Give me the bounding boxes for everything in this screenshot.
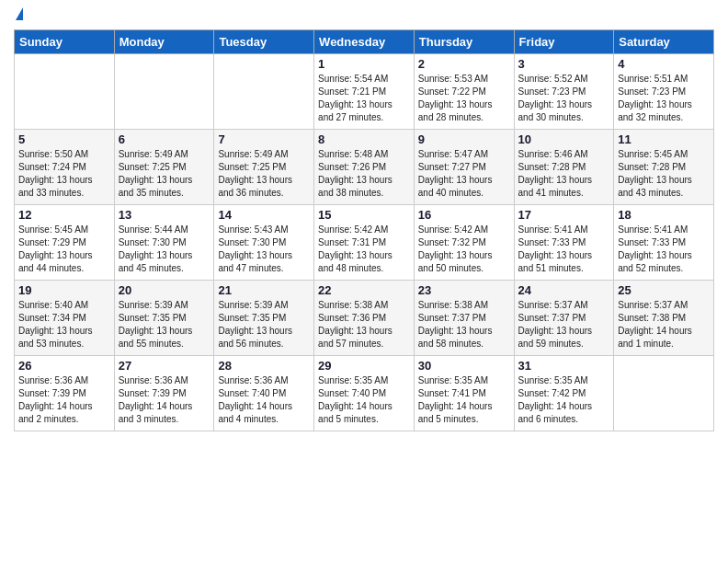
calendar-cell: 12Sunrise: 5:45 AMSunset: 7:29 PMDayligh… (15, 205, 115, 281)
day-info: Sunrise: 5:53 AMSunset: 7:22 PMDaylight:… (418, 73, 510, 124)
day-info: Sunrise: 5:37 AMSunset: 7:37 PMDaylight:… (518, 299, 610, 350)
calendar-cell: 6Sunrise: 5:49 AMSunset: 7:25 PMDaylight… (114, 130, 214, 205)
calendar-cell: 20Sunrise: 5:39 AMSunset: 7:35 PMDayligh… (114, 281, 214, 356)
day-number: 13 (119, 208, 210, 222)
calendar-cell: 5Sunrise: 5:50 AMSunset: 7:24 PMDaylight… (15, 130, 115, 205)
day-info: Sunrise: 5:50 AMSunset: 7:24 PMDaylight:… (18, 148, 110, 200)
day-info: Sunrise: 5:42 AMSunset: 7:31 PMDaylight:… (318, 224, 410, 275)
day-info: Sunrise: 5:39 AMSunset: 7:35 PMDaylight:… (218, 299, 310, 350)
day-number: 4 (618, 57, 710, 71)
day-info: Sunrise: 5:35 AMSunset: 7:41 PMDaylight:… (418, 374, 510, 426)
day-number: 5 (18, 132, 110, 146)
day-number: 2 (418, 57, 510, 71)
day-info: Sunrise: 5:46 AMSunset: 7:28 PMDaylight:… (518, 148, 610, 200)
day-info: Sunrise: 5:44 AMSunset: 7:30 PMDaylight:… (119, 224, 210, 275)
day-number: 12 (18, 208, 110, 222)
day-info: Sunrise: 5:40 AMSunset: 7:34 PMDaylight:… (18, 299, 110, 350)
weekday-header-cell: Thursday (414, 30, 514, 54)
day-info: Sunrise: 5:38 AMSunset: 7:36 PMDaylight:… (318, 299, 410, 350)
day-number: 20 (119, 283, 210, 297)
day-number: 6 (119, 132, 210, 146)
calendar-cell: 21Sunrise: 5:39 AMSunset: 7:35 PMDayligh… (214, 281, 314, 356)
day-number: 19 (18, 283, 110, 297)
day-info: Sunrise: 5:39 AMSunset: 7:35 PMDaylight:… (119, 299, 210, 350)
day-number: 21 (218, 283, 310, 297)
day-number: 14 (218, 208, 310, 222)
calendar-cell: 29Sunrise: 5:35 AMSunset: 7:40 PMDayligh… (314, 356, 415, 431)
day-info: Sunrise: 5:49 AMSunset: 7:25 PMDaylight:… (218, 148, 310, 200)
day-info: Sunrise: 5:47 AMSunset: 7:27 PMDaylight:… (418, 148, 510, 200)
calendar-cell: 19Sunrise: 5:40 AMSunset: 7:34 PMDayligh… (15, 281, 115, 356)
calendar-cell (614, 356, 714, 431)
day-number: 10 (518, 132, 610, 146)
calendar-cell: 23Sunrise: 5:38 AMSunset: 7:37 PMDayligh… (414, 281, 514, 356)
weekday-header-cell: Friday (514, 30, 614, 54)
weekday-header-cell: Sunday (15, 30, 115, 54)
day-info: Sunrise: 5:45 AMSunset: 7:29 PMDaylight:… (18, 224, 110, 275)
calendar-cell: 17Sunrise: 5:41 AMSunset: 7:33 PMDayligh… (514, 205, 614, 281)
calendar-table: SundayMondayTuesdayWednesdayThursdayFrid… (14, 29, 714, 431)
calendar-cell: 25Sunrise: 5:37 AMSunset: 7:38 PMDayligh… (614, 281, 714, 356)
calendar-cell: 8Sunrise: 5:48 AMSunset: 7:26 PMDaylight… (314, 130, 415, 205)
calendar-cell: 31Sunrise: 5:35 AMSunset: 7:42 PMDayligh… (514, 356, 614, 431)
calendar-cell (114, 54, 214, 130)
day-number: 30 (418, 359, 510, 373)
day-info: Sunrise: 5:54 AMSunset: 7:21 PMDaylight:… (318, 73, 410, 124)
weekday-header-cell: Monday (114, 30, 214, 54)
calendar-cell: 13Sunrise: 5:44 AMSunset: 7:30 PMDayligh… (114, 205, 214, 281)
day-number: 9 (418, 132, 510, 146)
day-number: 29 (318, 359, 410, 373)
calendar-cell: 26Sunrise: 5:36 AMSunset: 7:39 PMDayligh… (15, 356, 115, 431)
calendar-week-row: 26Sunrise: 5:36 AMSunset: 7:39 PMDayligh… (15, 356, 714, 431)
calendar-cell: 7Sunrise: 5:49 AMSunset: 7:25 PMDaylight… (214, 130, 314, 205)
day-number: 15 (318, 208, 410, 222)
day-info: Sunrise: 5:36 AMSunset: 7:40 PMDaylight:… (218, 374, 310, 426)
calendar-cell: 3Sunrise: 5:52 AMSunset: 7:23 PMDaylight… (514, 54, 614, 130)
day-number: 28 (218, 359, 310, 373)
calendar-cell: 28Sunrise: 5:36 AMSunset: 7:40 PMDayligh… (214, 356, 314, 431)
weekday-header-row: SundayMondayTuesdayWednesdayThursdayFrid… (15, 30, 714, 54)
calendar-cell: 2Sunrise: 5:53 AMSunset: 7:22 PMDaylight… (414, 54, 514, 130)
day-info: Sunrise: 5:41 AMSunset: 7:33 PMDaylight:… (518, 224, 610, 275)
calendar-cell: 10Sunrise: 5:46 AMSunset: 7:28 PMDayligh… (514, 130, 614, 205)
day-info: Sunrise: 5:36 AMSunset: 7:39 PMDaylight:… (18, 374, 110, 426)
day-number: 31 (518, 359, 610, 373)
calendar-cell: 15Sunrise: 5:42 AMSunset: 7:31 PMDayligh… (314, 205, 415, 281)
day-number: 11 (618, 132, 710, 146)
day-info: Sunrise: 5:35 AMSunset: 7:42 PMDaylight:… (518, 374, 610, 426)
header-row (14, 9, 714, 22)
calendar-cell (214, 54, 314, 130)
day-info: Sunrise: 5:38 AMSunset: 7:37 PMDaylight:… (418, 299, 510, 350)
page-container: SundayMondayTuesdayWednesdayThursdayFrid… (0, 0, 728, 436)
calendar-cell: 27Sunrise: 5:36 AMSunset: 7:39 PMDayligh… (114, 356, 214, 431)
logo-triangle-icon (16, 7, 23, 20)
day-number: 26 (18, 359, 110, 373)
day-info: Sunrise: 5:36 AMSunset: 7:39 PMDaylight:… (119, 374, 210, 426)
calendar-cell: 14Sunrise: 5:43 AMSunset: 7:30 PMDayligh… (214, 205, 314, 281)
calendar-week-row: 5Sunrise: 5:50 AMSunset: 7:24 PMDaylight… (15, 130, 714, 205)
day-number: 3 (518, 57, 610, 71)
day-info: Sunrise: 5:49 AMSunset: 7:25 PMDaylight:… (119, 148, 210, 200)
logo (14, 9, 23, 22)
calendar-cell (15, 54, 115, 130)
calendar-cell: 22Sunrise: 5:38 AMSunset: 7:36 PMDayligh… (314, 281, 415, 356)
day-info: Sunrise: 5:51 AMSunset: 7:23 PMDaylight:… (618, 73, 710, 124)
day-number: 27 (119, 359, 210, 373)
day-number: 25 (618, 283, 710, 297)
day-info: Sunrise: 5:35 AMSunset: 7:40 PMDaylight:… (318, 374, 410, 426)
calendar-cell: 16Sunrise: 5:42 AMSunset: 7:32 PMDayligh… (414, 205, 514, 281)
calendar-cell: 30Sunrise: 5:35 AMSunset: 7:41 PMDayligh… (414, 356, 514, 431)
day-number: 8 (318, 132, 410, 146)
day-number: 22 (318, 283, 410, 297)
day-number: 23 (418, 283, 510, 297)
calendar-cell: 1Sunrise: 5:54 AMSunset: 7:21 PMDaylight… (314, 54, 415, 130)
day-info: Sunrise: 5:48 AMSunset: 7:26 PMDaylight:… (318, 148, 410, 200)
day-info: Sunrise: 5:52 AMSunset: 7:23 PMDaylight:… (518, 73, 610, 124)
day-info: Sunrise: 5:43 AMSunset: 7:30 PMDaylight:… (218, 224, 310, 275)
day-number: 24 (518, 283, 610, 297)
day-info: Sunrise: 5:42 AMSunset: 7:32 PMDaylight:… (418, 224, 510, 275)
day-info: Sunrise: 5:37 AMSunset: 7:38 PMDaylight:… (618, 299, 710, 350)
day-number: 1 (318, 57, 410, 71)
day-number: 7 (218, 132, 310, 146)
weekday-header-cell: Wednesday (314, 30, 415, 54)
